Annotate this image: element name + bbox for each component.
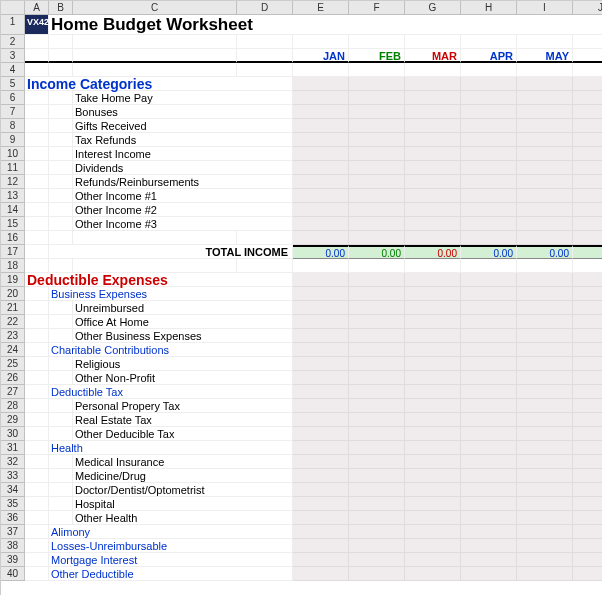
expense-cell[interactable]: [573, 497, 602, 511]
expense-cell[interactable]: [293, 511, 349, 525]
cell[interactable]: [25, 203, 49, 217]
row-header-4[interactable]: 4: [1, 63, 25, 77]
cell[interactable]: [461, 231, 517, 245]
cell[interactable]: [573, 343, 602, 357]
income-cell[interactable]: [405, 189, 461, 203]
cell[interactable]: [349, 567, 405, 581]
income-cell[interactable]: [349, 147, 405, 161]
row-header-24[interactable]: 24: [1, 343, 25, 357]
income-cell[interactable]: [517, 119, 573, 133]
cell[interactable]: [25, 553, 49, 567]
income-cell[interactable]: [517, 105, 573, 119]
cell[interactable]: [405, 259, 461, 273]
expense-cell[interactable]: [573, 427, 602, 441]
income-cell[interactable]: [293, 147, 349, 161]
income-cell[interactable]: [461, 147, 517, 161]
expense-cell[interactable]: [405, 413, 461, 427]
expense-cell[interactable]: [517, 511, 573, 525]
income-cell[interactable]: [461, 105, 517, 119]
income-cell[interactable]: [517, 189, 573, 203]
cell[interactable]: [461, 77, 517, 91]
cell[interactable]: [25, 455, 49, 469]
expense-cell[interactable]: [349, 511, 405, 525]
income-cell[interactable]: [293, 119, 349, 133]
row-header-2[interactable]: 2: [1, 35, 25, 49]
cell[interactable]: [573, 35, 602, 49]
cell[interactable]: [25, 525, 49, 539]
cell[interactable]: [517, 441, 573, 455]
income-cell[interactable]: [405, 147, 461, 161]
row-header-27[interactable]: 27: [1, 385, 25, 399]
cell[interactable]: [573, 77, 602, 91]
expense-cell[interactable]: [405, 427, 461, 441]
cell[interactable]: [49, 357, 73, 371]
expense-cell[interactable]: [461, 469, 517, 483]
cell[interactable]: [405, 77, 461, 91]
cell[interactable]: [25, 371, 49, 385]
income-cell[interactable]: [293, 203, 349, 217]
cell[interactable]: [405, 441, 461, 455]
cell[interactable]: [25, 413, 49, 427]
row-header-3[interactable]: 3: [1, 49, 25, 63]
expense-cell[interactable]: [405, 469, 461, 483]
income-cell[interactable]: [293, 133, 349, 147]
row-header-37[interactable]: 37: [1, 525, 25, 539]
cell[interactable]: [573, 525, 602, 539]
income-cell[interactable]: [293, 161, 349, 175]
income-cell[interactable]: [405, 105, 461, 119]
cell[interactable]: [49, 35, 73, 49]
expense-cell[interactable]: [293, 483, 349, 497]
expense-cell[interactable]: [293, 371, 349, 385]
cell[interactable]: [293, 63, 349, 77]
row-header-39[interactable]: 39: [1, 553, 25, 567]
expense-cell[interactable]: [461, 413, 517, 427]
cell[interactable]: [25, 469, 49, 483]
row-header-8[interactable]: 8: [1, 119, 25, 133]
cell[interactable]: [405, 567, 461, 581]
expense-cell[interactable]: [349, 413, 405, 427]
cell[interactable]: [25, 63, 49, 77]
cell[interactable]: [573, 441, 602, 455]
expense-cell[interactable]: [573, 399, 602, 413]
income-cell[interactable]: [573, 175, 602, 189]
cell[interactable]: [49, 399, 73, 413]
income-cell[interactable]: [573, 203, 602, 217]
cell[interactable]: [349, 35, 405, 49]
cell[interactable]: [517, 35, 573, 49]
expense-cell[interactable]: [461, 399, 517, 413]
income-cell[interactable]: [461, 175, 517, 189]
expense-cell[interactable]: [517, 315, 573, 329]
cell[interactable]: [517, 567, 573, 581]
expense-cell[interactable]: [573, 315, 602, 329]
cell[interactable]: [461, 567, 517, 581]
cell[interactable]: [517, 77, 573, 91]
expense-cell[interactable]: [573, 301, 602, 315]
expense-cell[interactable]: [517, 301, 573, 315]
expense-cell[interactable]: [293, 357, 349, 371]
expense-cell[interactable]: [461, 371, 517, 385]
cell[interactable]: [573, 385, 602, 399]
cell[interactable]: [517, 231, 573, 245]
cell[interactable]: [25, 189, 49, 203]
expense-cell[interactable]: [517, 497, 573, 511]
cell[interactable]: [49, 259, 73, 273]
row-header-28[interactable]: 28: [1, 399, 25, 413]
income-cell[interactable]: [517, 203, 573, 217]
cell[interactable]: [49, 189, 73, 203]
cell[interactable]: [25, 231, 49, 245]
cell[interactable]: [237, 231, 293, 245]
col-header-D[interactable]: D: [237, 1, 293, 15]
cell[interactable]: [49, 455, 73, 469]
cell[interactable]: [25, 105, 49, 119]
income-cell[interactable]: [461, 189, 517, 203]
row-header-22[interactable]: 22: [1, 315, 25, 329]
cell[interactable]: [517, 287, 573, 301]
cell[interactable]: [461, 63, 517, 77]
cell[interactable]: [405, 539, 461, 553]
expense-cell[interactable]: [405, 483, 461, 497]
expense-cell[interactable]: [461, 455, 517, 469]
cell[interactable]: [349, 525, 405, 539]
expense-cell[interactable]: [573, 357, 602, 371]
cell[interactable]: [49, 133, 73, 147]
expense-cell[interactable]: [405, 511, 461, 525]
